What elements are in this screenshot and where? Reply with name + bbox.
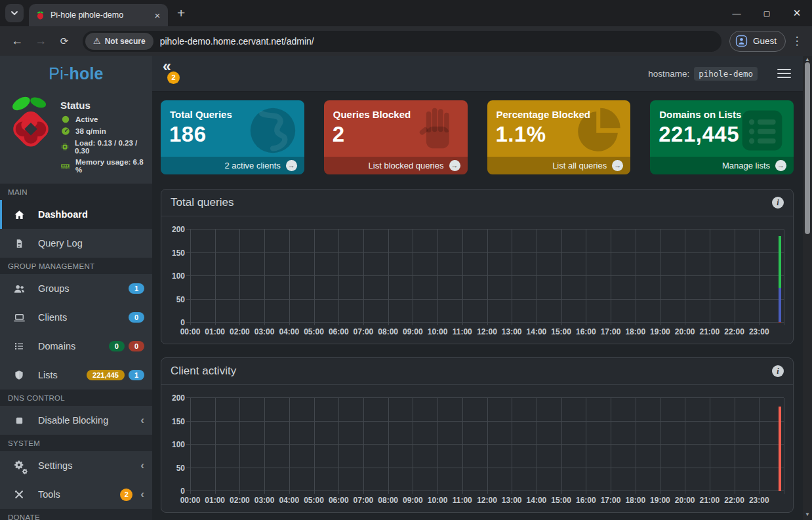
menu-toggle-button[interactable] [777, 66, 791, 81]
y-tick-label: 50 [176, 295, 185, 304]
hostname-display: hostname: pihole-demo [648, 67, 758, 81]
sidebar-section-system: SYSTEM [0, 435, 152, 451]
circle-icon [60, 115, 70, 123]
grid-line [660, 230, 660, 325]
sidebar-item-groups[interactable]: Groups1 [0, 274, 152, 303]
sidebar-item-lists[interactable]: Lists221,4451 [0, 361, 152, 390]
forward-button[interactable]: → [30, 34, 51, 48]
x-axis: 00:0001:0002:0003:0004:0005:0006:0007:00… [190, 323, 784, 340]
new-tab-button[interactable]: + [177, 5, 185, 21]
pihole-logo [3, 94, 60, 156]
card-footer-link[interactable]: List blocked queries→ [324, 157, 468, 174]
x-tick-label: 04:00 [279, 496, 299, 505]
x-tick-label: 08:00 [378, 327, 398, 336]
y-axis: 050100150200 [165, 398, 190, 491]
scroll-down-arrow[interactable]: ▼ [803, 511, 812, 519]
x-tick-label: 19:00 [650, 496, 670, 505]
plot-area [190, 398, 784, 491]
total-queries-panel: Total queries i 050100150200 00:0001:000… [161, 189, 794, 344]
grid-line [537, 230, 537, 325]
maximize-button[interactable]: ▢ [752, 0, 782, 26]
avatar-icon [735, 35, 748, 47]
scrollbar-thumb[interactable] [805, 62, 810, 234]
sidebar-item-clients[interactable]: Clients0 [0, 303, 152, 332]
x-tick-label: 18:00 [625, 327, 645, 336]
url-text: pihole-demo.home.cervant.net/admin/ [160, 36, 314, 47]
count-badge: 2 [120, 489, 132, 501]
x-tick-label: 12:00 [477, 496, 497, 505]
arrow-circle-icon: → [612, 160, 623, 171]
sidebar-item-label: Groups [38, 283, 70, 294]
info-icon[interactable]: i [772, 197, 784, 209]
security-chip-label: Not secure [105, 37, 146, 46]
grid-line [437, 230, 438, 325]
card-footer-link[interactable]: List all queries→ [487, 157, 631, 174]
close-button[interactable]: ✕ [782, 0, 812, 26]
y-tick-label: 100 [172, 440, 185, 449]
count-badge: 221,445 [87, 370, 125, 380]
count-badge: 0 [129, 341, 144, 351]
collapse-sidebar-button[interactable]: « 2 [163, 60, 189, 87]
grid-line [239, 230, 240, 325]
tab-search-button[interactable] [5, 4, 24, 22]
tools-icon [0, 489, 38, 500]
count-badge: 0 [109, 341, 125, 351]
card-footer-link[interactable]: Manage lists→ [650, 157, 794, 174]
browser-tab[interactable]: Pi-hole pihole-demo × [29, 4, 168, 26]
x-tick-label: 20:00 [675, 327, 695, 336]
card-footer-label: List blocked queries [369, 161, 444, 170]
grid-line [537, 398, 537, 494]
sidebar-section-donate: DONATE [0, 509, 152, 520]
sidebar-item-settings[interactable]: Settings‹ [0, 451, 152, 480]
grid-line [611, 230, 611, 325]
x-tick-label: 06:00 [329, 327, 349, 336]
sidebar-item-disable-blocking[interactable]: Disable Blocking‹ [0, 406, 152, 435]
status-label: Active [75, 115, 98, 123]
grid-line [186, 444, 784, 445]
tab-close-icon[interactable]: × [152, 10, 163, 21]
sidebar-item-tools[interactable]: Tools2‹ [0, 480, 152, 509]
update-count-badge: 2 [167, 71, 180, 84]
grid-line [186, 275, 784, 276]
grid-line [413, 230, 413, 325]
x-tick-label: 21:00 [700, 327, 720, 336]
sidebar-item-dashboard[interactable]: Dashboard [0, 200, 152, 229]
info-icon[interactable]: i [772, 365, 784, 377]
panel-title: Total queries [171, 196, 233, 209]
grid-line [512, 398, 512, 494]
x-tick-label: 19:00 [650, 327, 670, 336]
profile-label: Guest [753, 36, 777, 46]
grid-line [561, 398, 562, 494]
minimize-button[interactable]: — [721, 0, 752, 26]
grid-line [314, 230, 315, 325]
grid-line [186, 468, 784, 468]
card-domains-on-lists: Domains on Lists221,445Manage lists→ [650, 100, 794, 174]
profile-button[interactable]: Guest [729, 31, 786, 52]
back-button[interactable]: ← [7, 34, 28, 48]
sidebar: Pi-hole Status [0, 56, 152, 520]
grid-line [586, 398, 586, 494]
security-chip[interactable]: ⚠ Not secure [85, 33, 153, 50]
grid-line [186, 299, 784, 300]
y-axis: 050100150200 [165, 230, 190, 323]
card-footer-link[interactable]: 2 active clients→ [161, 157, 304, 174]
chevron-left-icon: ‹ [140, 459, 144, 472]
card-footer-label: List all queries [552, 161, 607, 170]
sidebar-item-label: Query Log [38, 238, 83, 249]
menu-kebab-icon[interactable]: ⋮ [788, 34, 805, 48]
stop-icon [0, 416, 38, 426]
chevron-down-icon [10, 9, 18, 17]
grid-line [289, 230, 290, 325]
x-tick-label: 04:00 [279, 327, 299, 336]
card-percentage-blocked: Percentage Blocked1.1%List all queries→ [487, 100, 631, 174]
page-scrollbar[interactable]: ▲ ▼ [803, 56, 812, 520]
grid-line [338, 230, 339, 325]
x-tick-label: 10:00 [428, 327, 448, 336]
address-bar[interactable]: ⚠ Not secure pihole-demo.home.cervant.ne… [83, 31, 721, 52]
sidebar-item-query-log[interactable]: Query Log [0, 229, 152, 258]
reload-button[interactable]: ⟳ [54, 35, 75, 47]
grid-line [186, 252, 784, 253]
x-tick-label: 22:00 [724, 496, 744, 505]
x-tick-label: 07:00 [354, 327, 374, 336]
sidebar-item-domains[interactable]: Domains00 [0, 332, 152, 361]
